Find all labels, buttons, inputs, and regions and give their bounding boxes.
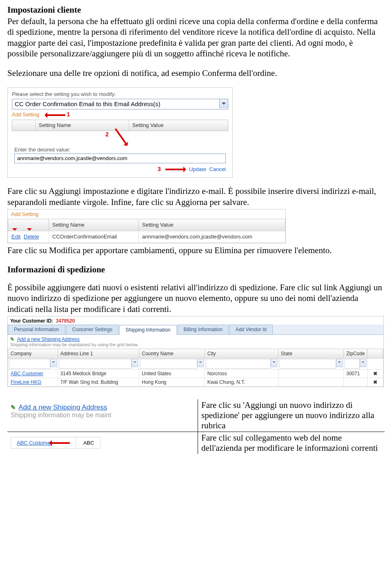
hint-text: Shipping information may be maint — [11, 412, 111, 419]
tab-add-vendor-id[interactable]: Add Vendor Id — [229, 325, 273, 334]
filter-address[interactable] — [58, 358, 139, 369]
table-row: ABC Customer 3145 Medlock Bridge United … — [8, 369, 383, 378]
filter-icon[interactable] — [271, 359, 277, 367]
cell-city: Norcross — [205, 369, 278, 378]
filter-icon[interactable] — [336, 359, 343, 367]
delete-row-icon[interactable]: ✖ — [368, 378, 383, 386]
table-row: FineLine HKG 7/F Wah Sing Ind. Building … — [8, 378, 383, 386]
paragraph: Fare clic su Aggiungi impostazione e dig… — [7, 186, 385, 207]
filter-city[interactable] — [205, 358, 278, 369]
filter-icon[interactable] — [50, 359, 57, 367]
cell-address: 3145 Medlock Bridge — [58, 369, 139, 378]
filter-icon[interactable] — [131, 359, 138, 367]
screenshot-settings-grid: Add Setting Setting Name Setting Value E… — [7, 209, 286, 243]
pencil-icon: ✎ — [11, 404, 16, 411]
annotation-number: 3 — [158, 166, 161, 172]
annotation-number: 2 — [105, 131, 109, 138]
customer-id-value: 3478520 — [56, 318, 75, 324]
column-header: Setting Value — [139, 219, 285, 231]
column-header: Company — [8, 349, 58, 358]
column-header: Setting Value — [129, 120, 228, 131]
explanation-text: Fare clic sul collegamento web del nome … — [198, 432, 385, 454]
table-filter-row — [8, 358, 383, 369]
cell-address: 7/F Wah Sing Ind. Building — [58, 378, 139, 386]
column-header: State — [278, 349, 343, 358]
settings-grid-header: Setting Name Setting Value — [12, 120, 228, 131]
tab-shipping-information[interactable]: Shipping Information — [119, 325, 176, 335]
column-header: Setting Name — [49, 219, 139, 231]
delete-link[interactable]: Delete — [24, 234, 39, 240]
filter-zip[interactable] — [343, 358, 367, 369]
settings-dropdown[interactable]: CC Order Confirmation Email to this Emai… — [12, 99, 228, 109]
cell-setting-name: CCOrderConfirmationEmail — [49, 231, 139, 243]
add-setting-link[interactable]: Add Setting — [8, 209, 285, 219]
delete-row-icon[interactable]: ✖ — [368, 369, 383, 378]
add-shipping-address-link[interactable]: Add a new Shipping Address — [17, 336, 80, 342]
table-row: Edit Delete CCOrderConfirmationEmail ann… — [8, 231, 285, 243]
filter-country[interactable] — [139, 358, 205, 369]
arrow-annotation-icon — [53, 440, 70, 446]
dropdown-value: CC Order Confirmation Email to this Emai… — [15, 100, 160, 107]
prompt-label: Please select the setting you wish to mo… — [12, 91, 228, 97]
pencil-icon: ✎ — [10, 336, 14, 342]
cell-setting-value: annmarie@vendors.com,jcastle@vendors.com — [139, 231, 285, 243]
arrow-annotation-icon — [12, 228, 17, 233]
setting-value-input[interactable]: annmarie@vendors.com,jcastle@vendors.com — [14, 154, 226, 163]
tab-bar: Personal Information Customer Settings S… — [8, 325, 383, 335]
explanation-table: ✎ Add a new Shipping Address Shipping in… — [7, 399, 385, 454]
cell-zip — [343, 378, 367, 386]
column-header: City — [205, 349, 278, 358]
cell-state — [278, 369, 343, 378]
enter-value-label: Enter the desired value: — [14, 147, 228, 153]
edit-link[interactable]: Edit — [11, 234, 20, 240]
tab-customer-settings[interactable]: Customer Settings — [66, 325, 119, 334]
filter-company[interactable] — [8, 358, 58, 369]
update-link[interactable]: Update — [189, 166, 206, 172]
paragraph: Selezionare una delle tre opzioni di not… — [7, 68, 385, 78]
table-header-row: Setting Name Setting Value — [8, 219, 285, 231]
cell-value: ABC — [78, 437, 100, 448]
cancel-link[interactable]: Cancel — [209, 166, 226, 172]
table-header-row: Company Address Line 1 Country Name City… — [8, 349, 383, 358]
grid-hint: Shipping information may be maintained b… — [8, 342, 383, 349]
add-shipping-address-link[interactable]: Add a new Shipping Address — [18, 403, 107, 411]
arrow-annotation-icon — [41, 112, 65, 118]
screenshot-settings-dialog: Please select the setting you wish to mo… — [7, 87, 233, 178]
heading-shipping-info: Informazioni di spedizione — [7, 265, 385, 275]
column-header: ZipCode — [343, 349, 367, 358]
cell-zip: 30071 — [343, 369, 367, 378]
chevron-down-icon[interactable] — [219, 99, 228, 108]
column-header: Address Line 1 — [58, 349, 139, 358]
add-setting-link[interactable]: Add Setting — [12, 111, 39, 118]
filter-icon[interactable] — [360, 359, 366, 367]
cell-city: Kwai Chung, N.T. — [205, 378, 278, 386]
company-link[interactable]: ABC Customer — [11, 371, 43, 376]
filter-state[interactable] — [278, 358, 343, 369]
cell-country: Hong Kong — [139, 378, 205, 386]
paragraph: È possibile aggiungere dati nuovi o esis… — [7, 282, 385, 314]
column-header: Country Name — [139, 349, 205, 358]
paragraph: Fare clic su Modifica per apportare camb… — [7, 245, 385, 256]
tab-billing-information[interactable]: Billing Information — [178, 325, 229, 334]
company-link[interactable]: FineLine HKG — [11, 379, 41, 385]
arrow-annotation-icon — [165, 167, 186, 172]
cell-country: United States — [139, 369, 205, 378]
annotation-number: 1 — [67, 111, 70, 118]
screenshot-shipping-grid: Your Customer ID: 3478520 Personal Infor… — [7, 316, 384, 387]
tab-personal-information[interactable]: Personal Information — [8, 325, 65, 334]
explanation-text: Fare clic su 'Aggiungi un nuovo indirizz… — [198, 399, 385, 432]
mini-grid-row: ABC Customer ABC — [11, 437, 100, 449]
filter-icon[interactable] — [197, 359, 204, 367]
arrow-annotation-icon — [27, 228, 32, 233]
heading-client-settings: Impostazioni cliente — [7, 5, 385, 15]
cell-state — [278, 378, 343, 386]
customer-id-label: Your Customer ID: — [10, 318, 53, 324]
paragraph: Per default, la persona che ha effettuat… — [7, 16, 385, 59]
